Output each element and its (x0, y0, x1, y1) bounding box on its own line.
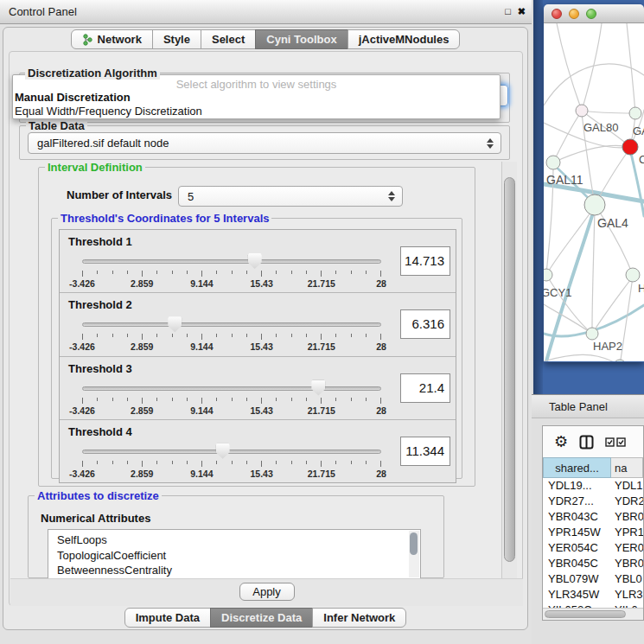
tab-discretize-data[interactable]: Discretize Data (210, 608, 313, 628)
control-panel-titlebar: Control Panel □ ✖ (0, 0, 532, 24)
panel-scrollbar[interactable] (501, 162, 517, 578)
tick-mark (335, 461, 336, 464)
slider-track[interactable] (82, 386, 381, 391)
gear-icon[interactable]: ⚙ (554, 434, 568, 450)
tick-label: -3.426 (69, 469, 95, 479)
table-row[interactable]: YDR27...YDR2 (543, 494, 643, 509)
list-scrollbar[interactable] (409, 531, 419, 577)
checkbox-icon[interactable] (605, 437, 615, 447)
tick-label: 28 (376, 405, 386, 416)
network-node[interactable] (622, 139, 638, 155)
tick-label: 21.715 (308, 278, 335, 289)
panel-scrollbar-thumb[interactable] (504, 177, 515, 562)
table-row[interactable]: YBL079WYBL0 (543, 571, 643, 587)
algorithm-option-manual-discretization[interactable]: Manual Discretization (13, 91, 500, 105)
network-edge (592, 277, 633, 334)
network-node[interactable] (584, 194, 605, 215)
threshold-label: Threshold 2 (68, 298, 132, 311)
tick-mark (156, 461, 157, 464)
tab-network[interactable]: Network (71, 29, 153, 49)
network-node[interactable] (614, 360, 626, 361)
minimize-traffic-light-icon[interactable] (569, 9, 579, 19)
table-row[interactable]: YER054CYER0 (543, 540, 643, 556)
close-icon[interactable]: ✖ (518, 6, 526, 17)
table-data-combo[interactable]: galFiltered.sif default node (28, 132, 501, 154)
node-label: C (639, 153, 644, 166)
column-header-shared[interactable]: shared... (543, 457, 611, 478)
tab-select[interactable]: Select (201, 29, 256, 49)
table-cell: YDL19... (543, 478, 611, 494)
network-edge (582, 23, 602, 111)
slider-track[interactable] (82, 322, 381, 327)
table-h-scrollbar[interactable] (543, 608, 643, 620)
threshold-stack: Threshold 1-3.4262.8599.14415.4321.71528… (59, 229, 456, 483)
tick-mark (291, 461, 292, 464)
columns-icon[interactable] (579, 435, 594, 450)
tick-label: 9.144 (190, 469, 213, 479)
network-node[interactable] (546, 156, 560, 169)
tick-mark (306, 461, 307, 464)
control-panel-body: NetworkStyleSelectCyni ToolboxjActiveMNo… (3, 27, 528, 630)
tab-cyni-toolbox[interactable]: Cyni Toolbox (255, 29, 348, 49)
close-traffic-light-icon[interactable] (552, 9, 562, 19)
attribute-item-betweennesscentrality[interactable]: BetweennessCentrality (48, 563, 420, 578)
slider-track[interactable] (82, 450, 381, 454)
node-table-container: ⚙ (542, 425, 644, 621)
table-row[interactable]: YLR345WYLR3 (543, 587, 643, 603)
network-edge (544, 64, 644, 105)
table-row[interactable]: YPR145WYPR1 (543, 525, 643, 540)
slider-thumb[interactable] (168, 316, 182, 332)
table-h-scrollbar-thumb[interactable] (545, 610, 626, 618)
tick-label: 15.43 (250, 405, 272, 416)
threshold-panel-4: Threshold 4-3.4262.8599.14415.4321.71528… (60, 420, 456, 482)
slider-ticks (82, 398, 381, 404)
checkbox-icon[interactable] (616, 437, 626, 447)
tab-style[interactable]: Style (152, 29, 201, 49)
threshold-value-field[interactable]: 11.344 (400, 437, 450, 466)
settings-scroll-area: Interval Definition Number of Intervals … (14, 162, 498, 578)
tab-infer-network[interactable]: Infer Network (312, 608, 406, 628)
threshold-slider: -3.4262.8599.14415.4321.71528 (82, 252, 381, 290)
threshold-value-field[interactable]: 21.4 (400, 373, 450, 403)
tick-label: 21.715 (308, 405, 335, 416)
tab-label: Infer Network (323, 609, 395, 628)
tab-label: Cyni Toolbox (266, 30, 336, 49)
tick-mark (276, 271, 277, 274)
threshold-value-field[interactable]: 14.713 (400, 246, 450, 276)
tick-label: 9.144 (190, 278, 213, 289)
table-row[interactable]: YBR043CYBR0 (543, 509, 643, 525)
network-node[interactable] (576, 105, 588, 117)
tick-mark (351, 398, 352, 401)
column-header-na[interactable]: na (611, 457, 643, 478)
slider-track[interactable] (82, 259, 381, 264)
attribute-item-topologicalcoefficient[interactable]: TopologicalCoefficient (48, 548, 420, 564)
network-canvas[interactable]: GAL80GALCGAL11GAL4GCY1HHAP2 (544, 23, 644, 361)
attribute-item-selfloops[interactable]: SelfLoops (48, 532, 420, 548)
zoom-traffic-light-icon[interactable] (586, 9, 596, 19)
threshold-value-field[interactable]: 6.316 (400, 309, 450, 339)
table-row[interactable]: YBR045CYBR0 (543, 556, 643, 571)
network-node[interactable] (629, 107, 641, 119)
table-row[interactable]: YDL19...YDL1 (543, 478, 643, 494)
tick-mark (366, 461, 367, 464)
network-node[interactable] (626, 268, 640, 282)
tick-mark (156, 398, 157, 401)
table-cell: YBR0 (611, 556, 643, 571)
network-window-titlebar[interactable] (544, 4, 644, 23)
tab-jactivemnodules[interactable]: jActiveMNodules (348, 29, 461, 49)
tab-impute-data[interactable]: Impute Data (124, 608, 211, 628)
network-node[interactable] (544, 269, 552, 281)
number-of-intervals-value: 5 (188, 190, 194, 203)
slider-thumb[interactable] (311, 380, 325, 396)
slider-thumb[interactable] (216, 443, 230, 459)
network-node[interactable] (586, 328, 598, 340)
slider-thumb[interactable] (248, 253, 262, 269)
threshold-panel-2: Threshold 2-3.4262.8599.14415.4321.71528… (60, 293, 456, 356)
list-scrollbar-thumb[interactable] (410, 532, 418, 555)
number-of-intervals-combo[interactable]: 5 (178, 186, 403, 207)
attributes-group-title: Attributes to discretize (35, 489, 162, 502)
algorithm-option-equal-width-frequency-discretization[interactable]: Equal Width/Frequency Discretization (13, 105, 500, 118)
right-region: GAL80GALCGAL11GAL4GCY1HHAP2 Table Panel … (532, 0, 644, 644)
float-window-icon[interactable]: □ (505, 6, 511, 16)
apply-button[interactable]: Apply (239, 583, 295, 601)
